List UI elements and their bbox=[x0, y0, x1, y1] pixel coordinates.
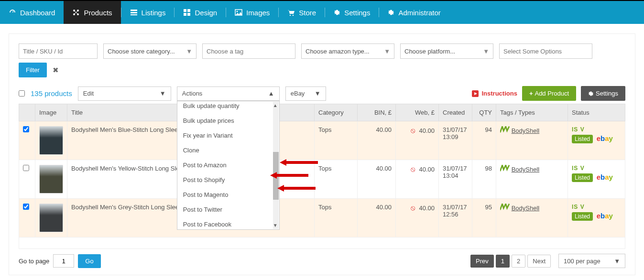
tag-link[interactable]: BodyShell bbox=[512, 205, 540, 212]
select-value: Choose platform... bbox=[404, 48, 455, 55]
row-checkbox[interactable] bbox=[23, 126, 29, 132]
action-post-twitter[interactable]: Post to Twitter bbox=[177, 202, 279, 217]
store-category-select[interactable]: Choose store category... ▼ bbox=[103, 43, 196, 59]
prev-button[interactable]: Prev bbox=[470, 255, 494, 268]
nav-label: Administrator bbox=[398, 9, 440, 17]
row-checkbox[interactable] bbox=[23, 165, 29, 171]
goto-page-input[interactable] bbox=[53, 254, 74, 268]
product-thumbnail[interactable] bbox=[39, 165, 63, 194]
row-tags: BodyShell bbox=[496, 199, 568, 237]
nav-administrator[interactable]: Administrator bbox=[379, 1, 449, 24]
svg-marker-16 bbox=[270, 172, 308, 179]
add-product-label: Add Product bbox=[535, 90, 569, 97]
product-thumbnail[interactable] bbox=[39, 126, 63, 155]
status-is-v: IS V bbox=[572, 126, 621, 133]
search-field[interactable] bbox=[23, 48, 93, 55]
gear-icon bbox=[588, 91, 594, 97]
select-value: Choose store category... bbox=[108, 48, 175, 55]
next-button[interactable]: Next bbox=[527, 255, 551, 268]
nav-label: Settings bbox=[344, 9, 370, 17]
actions-select[interactable]: Actions ▲ bbox=[177, 86, 280, 101]
status-is-v: IS V bbox=[572, 204, 621, 210]
gear-icon bbox=[388, 9, 394, 16]
nav-dashboard[interactable]: Dashboard bbox=[0, 1, 64, 24]
product-thumbnail[interactable] bbox=[39, 204, 63, 232]
per-page-select[interactable]: 100 per page ▼ bbox=[558, 254, 625, 268]
select-all-checkbox[interactable] bbox=[19, 90, 25, 97]
scroll-down-icon[interactable]: ▼ bbox=[273, 223, 278, 228]
options-select[interactable] bbox=[499, 43, 592, 59]
nav-store[interactable]: Store bbox=[279, 1, 325, 24]
dropdown-scrollbar[interactable]: ▲ ▼ bbox=[273, 102, 279, 229]
row-created: 31/07/17 13:09 bbox=[439, 121, 472, 160]
table-row[interactable]: Bodyshell Men's Yellow-Stitch Long Sleev… bbox=[19, 160, 625, 199]
product-count[interactable]: 135 products bbox=[31, 89, 72, 97]
action-post-amazon[interactable]: Post to Amazon bbox=[177, 158, 279, 172]
action-post-facebook[interactable]: Post to Facebook bbox=[177, 217, 279, 230]
th-qty: QTY bbox=[472, 104, 496, 121]
amazon-type-select[interactable]: Choose amazon type... ▼ bbox=[301, 43, 394, 59]
ebay-icon: ebay bbox=[597, 134, 613, 142]
row-status: IS V Listed ebay bbox=[568, 160, 625, 199]
instructions-link[interactable]: Instructions bbox=[472, 90, 517, 97]
filter-bar: Choose store category... ▼ Choose amazon… bbox=[19, 43, 625, 59]
annotation-arrow-icon bbox=[277, 184, 316, 193]
disabled-icon: ⦸ bbox=[411, 204, 415, 212]
nav-label: Dashboard bbox=[20, 9, 55, 17]
page-2-button[interactable]: 2 bbox=[512, 255, 525, 268]
ebay-select[interactable]: eBay ▼ bbox=[285, 86, 326, 101]
th-bin: BIN, £ bbox=[358, 104, 396, 121]
row-status: IS V Listed ebay bbox=[568, 199, 625, 237]
select-value: Edit bbox=[83, 90, 94, 97]
action-bulk-prices[interactable]: Bulk update prices bbox=[177, 113, 279, 128]
scroll-up-icon[interactable]: ▲ bbox=[273, 103, 278, 108]
goto-label: Go to page bbox=[19, 258, 49, 265]
list-toolbar: 135 products Edit ▼ Actions ▲ Bulk updat… bbox=[19, 86, 625, 101]
settings-button[interactable]: Settings bbox=[581, 86, 625, 101]
nav-images[interactable]: Images bbox=[226, 1, 278, 24]
row-created: 31/07/17 13:04 bbox=[439, 160, 472, 199]
tag-select[interactable] bbox=[202, 43, 295, 59]
nav-design[interactable]: Design bbox=[175, 1, 226, 24]
row-category: Tops bbox=[315, 199, 358, 237]
nav-listings[interactable]: Listings bbox=[121, 1, 175, 24]
svg-point-12 bbox=[237, 11, 238, 12]
platform-select[interactable]: Choose platform... ▼ bbox=[400, 43, 493, 59]
chevron-up-icon: ▲ bbox=[268, 90, 274, 97]
tag-link[interactable]: BodyShell bbox=[512, 127, 540, 134]
action-post-magento[interactable]: Post to Magento bbox=[177, 187, 279, 202]
row-web: ⦸ 40.00 bbox=[396, 199, 439, 237]
options-field[interactable] bbox=[503, 48, 588, 55]
listed-badge: Listed bbox=[572, 135, 593, 143]
chevron-down-icon: ▼ bbox=[315, 90, 321, 97]
action-post-shopify[interactable]: Post to Shopify bbox=[177, 172, 279, 187]
table-row[interactable]: Bodyshell Men's Blue-Stitch Long Sleeve … bbox=[19, 121, 625, 160]
clear-filters-icon[interactable]: ✖ bbox=[53, 66, 59, 75]
nav-products[interactable]: Products bbox=[64, 1, 120, 24]
annotation-arrow-icon bbox=[280, 158, 318, 167]
chevron-down-icon: ▼ bbox=[483, 48, 489, 55]
search-input[interactable] bbox=[19, 43, 98, 59]
nav-settings[interactable]: Settings bbox=[325, 1, 379, 24]
top-nav: Dashboard Products Listings Design Image… bbox=[0, 0, 644, 24]
page-1-button[interactable]: 1 bbox=[496, 255, 510, 268]
chevron-down-icon: ▼ bbox=[614, 258, 620, 265]
tag-field[interactable] bbox=[207, 48, 291, 55]
row-bin: 40.00 bbox=[358, 199, 396, 237]
select-value: Actions bbox=[182, 90, 203, 97]
action-bulk-qty[interactable]: Bulk update quantity bbox=[177, 101, 279, 113]
row-checkbox[interactable] bbox=[23, 204, 29, 210]
action-fix-year[interactable]: Fix year in Variant bbox=[177, 128, 279, 143]
filter-button[interactable]: Filter bbox=[19, 63, 47, 77]
action-clone[interactable]: Clone bbox=[177, 143, 279, 158]
store-icon bbox=[287, 9, 295, 16]
design-icon bbox=[183, 9, 191, 16]
add-product-button[interactable]: + Add Product bbox=[522, 86, 576, 101]
svg-rect-4 bbox=[131, 10, 137, 11]
products-table: Image Title Category BIN, £ Web, £ Creat… bbox=[19, 104, 625, 237]
edit-select[interactable]: Edit ▼ bbox=[78, 86, 171, 101]
table-row[interactable]: Bodyshell Men's Grey-Stitch Long Sleeve … bbox=[19, 199, 625, 237]
go-button[interactable]: Go bbox=[78, 254, 100, 268]
row-qty: 94 bbox=[472, 121, 496, 160]
tag-link[interactable]: BodyShell bbox=[512, 166, 540, 173]
